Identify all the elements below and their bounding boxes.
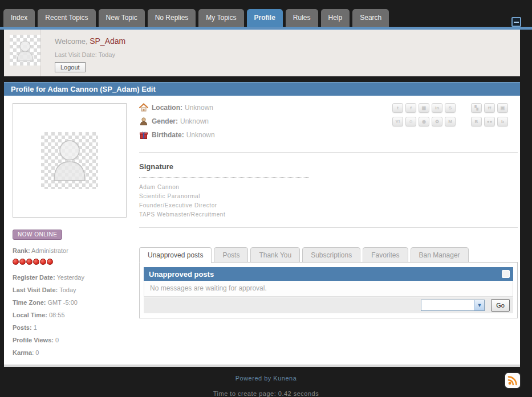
logout-button[interactable]: Logout [55, 62, 86, 72]
social-group-1: t f ▦ in S Y! ☺ ◉ ✿ M [392, 103, 456, 126]
tab-subscriptions[interactable]: Subscriptions [302, 247, 360, 263]
tab-ban-manager[interactable]: Ban Manager [411, 247, 469, 263]
last-visit-date: Last Visit Date: Today [55, 51, 125, 58]
profile-right-column: Location: Unknown Gender: Unknown [134, 96, 525, 365]
stat-label: Karma [13, 349, 32, 356]
rss-icon [507, 375, 518, 386]
signature-line: Founder/Executive Director [139, 201, 518, 210]
kunena-link[interactable]: Powered by Kunena [235, 375, 297, 382]
social-group-2: ▚ ff ▣ B ●● b [471, 103, 509, 126]
stat-profile-views: Profile Views: 0 [13, 337, 134, 343]
rank-dot-icon [33, 259, 39, 265]
nav-tab-rules[interactable]: Rules [286, 9, 318, 27]
edit-label: Edit [141, 85, 156, 93]
person-icon [139, 117, 148, 126]
panel-collapse-icon[interactable] [502, 270, 510, 278]
detail-birthdate: Birthdate: Unknown [139, 130, 215, 140]
profile-content: NOW ONLINE Rank: Administrator Register … [4, 96, 520, 365]
signature-dotted-rule [139, 177, 309, 178]
tab-unapproved-posts[interactable]: Unapproved posts [139, 247, 212, 263]
rank-dot-icon [40, 259, 46, 265]
nav-tab-my-topics[interactable]: My Topics [198, 9, 243, 27]
page-footer: Powered by Kunena Time to create page: 0… [0, 367, 532, 397]
flickr-icon: ●● [484, 117, 495, 126]
tab-posts[interactable]: Posts [214, 247, 248, 263]
nav-tab-new-topic[interactable]: New Topic [99, 9, 145, 27]
profile-left-column: NOW ONLINE Rank: Administrator Register … [4, 96, 134, 365]
welcome-module: Welcome, SP_Adam Last Visit Date: Today … [4, 30, 520, 76]
facebook-icon: f [405, 103, 416, 113]
stat-value: 1 [34, 324, 37, 331]
rank-dot-icon [47, 259, 53, 265]
tab-favorites[interactable]: Favorites [363, 247, 408, 263]
signature-line: Scientific Paranormal [139, 192, 518, 201]
person-silhouette-icon [10, 35, 40, 66]
profile-tabs: Unapproved posts Posts Thank You Subscri… [139, 247, 518, 263]
msn-icon: M [445, 117, 456, 126]
welcome-greeting: Welcome, SP_Adam [55, 36, 125, 46]
rss-button[interactable] [505, 373, 520, 388]
empty-message: No messages are waiting for approval. [144, 281, 513, 297]
go-button[interactable]: Go [491, 299, 510, 312]
chevron-down-icon: ▼ [474, 300, 484, 310]
stat-value: : 0 [32, 349, 39, 356]
stat-last-visit: Last Visit Date: Today [13, 287, 134, 293]
detail-location: Location: Unknown [139, 103, 215, 112]
home-icon [139, 103, 148, 112]
nav-tab-no-replies[interactable]: No Replies [148, 9, 196, 27]
stat-label: Profile Views: [13, 337, 54, 343]
nav-tab-profile[interactable]: Profile [247, 9, 283, 27]
rank-dot-icon [19, 259, 26, 265]
unapproved-posts-panel: Unapproved posts No messages are waiting… [139, 262, 518, 318]
skype-icon: S [445, 103, 456, 113]
signature-section: Signature Adam Cannon Scientific Paranor… [139, 162, 518, 219]
person-silhouette-icon [52, 138, 87, 183]
stat-local-time: Local Time: 08:55 [13, 312, 134, 318]
linkedin-icon: in [432, 103, 442, 113]
rank-dot-icon [13, 259, 19, 265]
nav-tab-help[interactable]: Help [321, 9, 350, 27]
page-generation-time: Time to create page: 0.42 seconds [0, 390, 532, 397]
blogger-icon: B [471, 117, 482, 126]
edit-profile-link[interactable]: Edit [141, 85, 156, 93]
stat-value: 08:55 [49, 312, 65, 318]
stat-value: Yesterday [56, 274, 84, 281]
divider-gap [0, 76, 532, 82]
username-link[interactable]: SP_Adam [90, 36, 125, 46]
stat-label: Last Visit Date: [13, 287, 58, 293]
panel-toolbar: ▼ Go [144, 297, 513, 313]
bebo-icon: b [497, 117, 508, 126]
nav-tab-search[interactable]: Search [352, 9, 389, 27]
stat-register-date: Register Date: Yesterday [13, 274, 134, 281]
profile-avatar [41, 132, 98, 189]
signature-heading: Signature [139, 162, 518, 171]
welcome-text: Welcome, SP_Adam Last Visit Date: Today … [41, 30, 125, 72]
detail-value: Unknown [186, 131, 215, 139]
tab-thank-you[interactable]: Thank You [250, 247, 300, 263]
avatar [10, 35, 40, 66]
panel-header: Unapproved posts [144, 267, 513, 281]
detail-value: Unknown [185, 104, 213, 112]
profile-avatar-frame [13, 103, 127, 218]
stat-posts: Posts: 1 [13, 324, 134, 331]
myspace-icon: ▦ [419, 103, 429, 113]
stat-label: Posts: [13, 324, 32, 331]
rank-value: Administrator [31, 247, 68, 254]
stat-label: Time Zone: [13, 299, 46, 306]
nav-tab-recent-topics[interactable]: Recent Topics [38, 9, 95, 27]
aim-icon: ◉ [419, 117, 429, 126]
yahoo-icon: Y! [392, 117, 403, 126]
powered-by: Powered by Kunena [0, 375, 532, 382]
detail-gender: Gender: Unknown [139, 117, 215, 126]
nav-tab-index[interactable]: Index [3, 9, 35, 27]
section-divider [139, 152, 518, 153]
social-icons: t f ▦ in S Y! ☺ ◉ ✿ M ▚ ff ▣ [392, 103, 518, 144]
minus-icon [514, 22, 519, 23]
pagination-select[interactable]: ▼ [421, 300, 485, 311]
rank-label: Rank: [13, 247, 30, 254]
details-and-social: Location: Unknown Gender: Unknown [139, 103, 518, 144]
stat-time-zone: Time Zone: GMT -5:00 [13, 299, 134, 306]
module-collapse-icon[interactable] [511, 17, 521, 27]
profile-title: Profile for Adam Cannon (SP_Adam) [11, 85, 140, 93]
signature-line: TAPS Webmaster/Recruitment [139, 210, 518, 219]
